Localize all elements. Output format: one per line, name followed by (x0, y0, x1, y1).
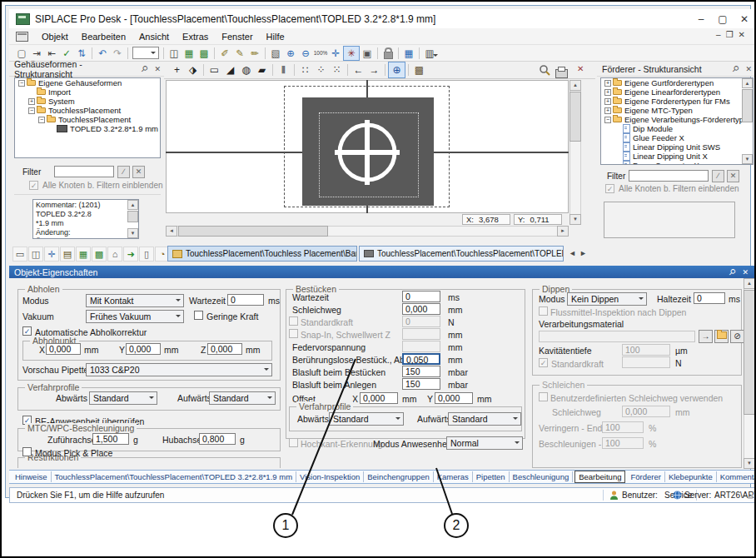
offset-x-input[interactable]: 0,000 (360, 392, 398, 404)
tree-expander-icon[interactable]: + (28, 98, 35, 105)
pin-icon[interactable]: ⚲ (727, 267, 738, 277)
selection-combo[interactable] (132, 47, 159, 59)
property-tab[interactable]: Vision-Inspektion (296, 471, 364, 482)
scroll-up-button[interactable]: ▲ (742, 78, 753, 88)
anwesenheit-select[interactable]: Normal (446, 436, 523, 450)
tab-scroll-left-icon[interactable]: ◄ (569, 249, 576, 257)
pick-place-checkbox[interactable] (22, 447, 32, 456)
mdi-restore-button[interactable]: ❐ (726, 30, 739, 39)
textured-box-icon[interactable]: ▩ (411, 62, 427, 77)
grid-medium-icon[interactable]: ⁘ (313, 62, 329, 77)
zoom-out-icon[interactable]: ⊖ (298, 47, 313, 60)
add-point-icon[interactable]: + (169, 62, 185, 77)
close-panel-icon[interactable]: ✕ (745, 65, 752, 73)
export-icon[interactable]: ⇤ (44, 47, 59, 60)
import-icon[interactable]: ⇥ (29, 47, 44, 60)
tree-item[interactable]: Import (15, 87, 160, 97)
tree-item[interactable]: −TouchlessPlacement (15, 115, 160, 124)
refresh-icon[interactable]: ⇅ (74, 47, 89, 60)
zoom-in-icon[interactable]: ⊕ (283, 47, 298, 60)
abholen-wartezeit-input[interactable]: 0 (227, 294, 264, 306)
hochkant-checkbox[interactable] (289, 438, 298, 447)
crosshair-icon[interactable]: ⊕ (388, 62, 405, 78)
tree-item[interactable]: Linear Dipping Unit SWS (601, 142, 753, 152)
tree-expander-icon[interactable]: + (604, 80, 611, 87)
property-tab[interactable]: Pipetten (473, 471, 510, 482)
tree-item[interactable]: −Eigene Verarbeitungs-Förderertypen (601, 115, 753, 124)
mdi-close-button[interactable]: ✕ (739, 30, 750, 39)
prism-icon[interactable]: ▰ (254, 62, 270, 77)
validate-icon[interactable]: ✓ (59, 47, 74, 60)
dippen-modus-select[interactable]: Kein Dippen (567, 292, 647, 306)
hubachse-input[interactable]: 0,800 (199, 433, 236, 445)
geringe-kraft-checkbox[interactable] (194, 311, 203, 320)
pickup-tool-alt-icon[interactable]: ✎ (232, 47, 247, 60)
tree-item[interactable]: PowerConnector X (601, 161, 753, 165)
component-star-icon[interactable]: ✳ (343, 46, 360, 61)
document-tab-topled[interactable]: TouchlessPlacement\TouchlessPlacement\TO… (359, 246, 564, 262)
tree-expander-icon[interactable]: − (18, 80, 25, 87)
property-tab[interactable]: Förderer (627, 471, 664, 482)
document-icon[interactable]: ▯ (139, 247, 154, 262)
scroll-down-button[interactable]: ▼ (569, 214, 581, 225)
frame-icon[interactable]: ▣ (360, 47, 375, 60)
maximize-button[interactable]: ▢ (712, 13, 734, 25)
tree-expander-icon[interactable]: − (38, 117, 45, 123)
scroll-up-button[interactable]: ▲ (744, 278, 755, 289)
new-document-icon[interactable]: ▢ (14, 47, 29, 60)
pickup-tool-icon[interactable]: ✐ (217, 47, 232, 60)
close-view-icon[interactable]: ✕ (577, 64, 584, 73)
mdi-minimize-button[interactable]: – (716, 30, 726, 39)
next-icon[interactable]: → (366, 62, 382, 77)
mdi-document-icon[interactable] (16, 32, 28, 42)
scroll-thumb[interactable] (744, 290, 755, 415)
tree-item[interactable]: +System (15, 97, 160, 106)
abholpunkt-x-input[interactable]: 0,000 (46, 343, 81, 355)
zufuehrachse-input[interactable]: 1,500 (92, 433, 129, 445)
schleichweg-input[interactable]: 0,000 (402, 303, 440, 315)
offset-y-input[interactable]: 0,000 (435, 392, 473, 404)
barcode-icon[interactable]: ⦀ (276, 62, 291, 77)
prev-icon[interactable]: ← (351, 62, 366, 77)
machine-view-icon[interactable]: ▦ (182, 47, 196, 60)
scroll-up-button[interactable]: ▲ (569, 80, 581, 91)
cylinder-icon[interactable]: ◍ (238, 62, 254, 77)
pin-icon[interactable]: ⚲ (730, 63, 741, 74)
board-alt-icon[interactable]: ▩ (92, 247, 107, 262)
shape-tool-icon[interactable]: ⬗ (185, 62, 201, 77)
redo-icon[interactable]: ↷ (110, 47, 125, 60)
board-icon[interactable]: ▦ (76, 247, 91, 262)
clear-material-button[interactable]: ⊘ (730, 330, 744, 343)
abwaerts-select[interactable]: Standard (89, 391, 157, 405)
show-all-nodes-checkbox[interactable]: ✓ (29, 181, 38, 190)
tree-expander-icon[interactable]: + (604, 107, 611, 114)
aufwaerts-select[interactable]: Standard (448, 412, 521, 426)
menu-item-objekt[interactable]: Objekt (35, 30, 75, 43)
blasluft-bestuecken-input[interactable]: 150 (402, 366, 440, 377)
menu-item-fenster[interactable]: Fenster (215, 30, 259, 43)
scroll-thumb[interactable] (742, 89, 753, 122)
scroll-thumb[interactable] (127, 211, 138, 222)
property-tab[interactable]: TouchlessPlacement\TouchlessPlacement\TO… (52, 471, 297, 482)
dippen-standardkraft-checkbox[interactable]: ✓ (539, 358, 548, 367)
haltezeit-input[interactable]: 0 (694, 292, 725, 304)
tree-item[interactable]: Linear Dipping Unit X (601, 152, 753, 161)
beruehrungslos-abstand-input[interactable]: 0,050 (402, 353, 440, 365)
property-tab-active[interactable]: Bearbeitung (574, 471, 625, 483)
search-icon[interactable] (539, 64, 550, 79)
lock-icon[interactable] (380, 47, 395, 60)
grid-dense-icon[interactable]: ⁙ (329, 62, 345, 77)
pickup-tool-add-icon[interactable]: ✏ (247, 47, 262, 60)
tree-expander-icon[interactable]: − (28, 107, 35, 114)
benutzerdef-schleichweg-checkbox[interactable] (539, 392, 548, 401)
filter-input[interactable] (54, 166, 114, 177)
property-tab[interactable]: Kameras (434, 471, 473, 482)
tree-item[interactable]: +Eigene Linearförderertypen (601, 87, 753, 97)
scroll-down-button[interactable]: ▼ (742, 154, 753, 164)
apply-filter-button[interactable]: ∕ (712, 170, 724, 182)
scroll-up-button[interactable]: ▲ (127, 200, 138, 210)
tree-item[interactable]: Dip Module (601, 124, 753, 133)
abholpunkt-z-input[interactable]: 0,000 (207, 343, 242, 355)
tree-item[interactable]: +Eigene Gurtförderertypen (601, 78, 753, 87)
menu-item-extras[interactable]: Extras (176, 30, 215, 43)
